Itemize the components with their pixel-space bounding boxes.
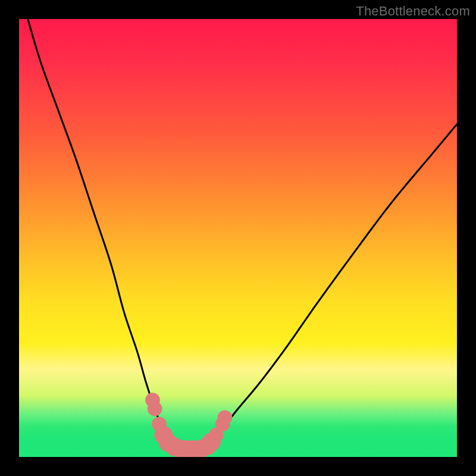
curve-line [28, 19, 457, 449]
chart-plot-area [19, 19, 457, 457]
watermark-text: TheBottleneck.com [356, 4, 470, 19]
bottleneck-chart [19, 19, 457, 457]
data-marker [148, 402, 162, 416]
data-marker [218, 410, 233, 425]
